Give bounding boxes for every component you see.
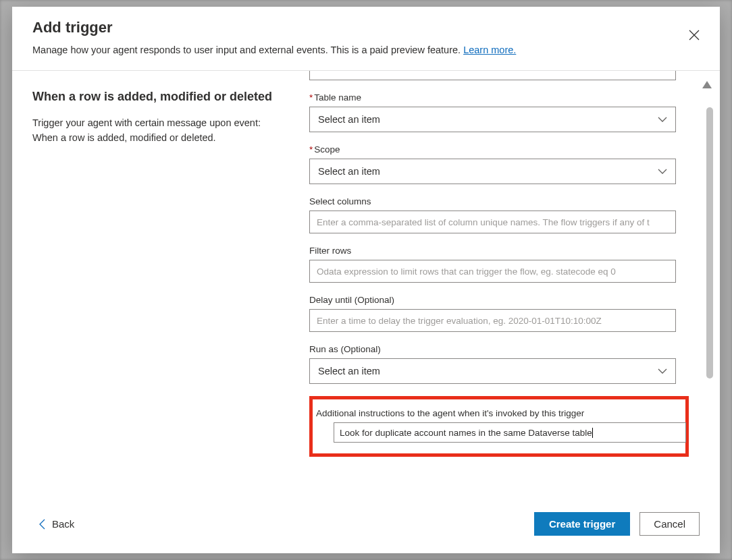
close-button[interactable] [683,24,705,46]
table-name-value: Select an item [318,114,380,125]
chevron-down-icon [658,368,667,374]
instructions-highlight: Additional instructions to the agent whe… [309,396,689,457]
instructions-label: Additional instructions to the agent whe… [316,408,679,418]
chevron-down-icon [658,117,667,122]
dialog-title: Add trigger [32,19,700,36]
back-label: Back [52,518,74,530]
delay-until-label: Delay until (Optional) [309,295,693,305]
select-columns-label: Select columns [309,196,693,206]
create-trigger-button[interactable]: Create trigger [534,512,630,536]
run-as-label: Run as (Optional) [309,344,693,354]
delay-until-input[interactable] [309,309,676,332]
trigger-description: Trigger your agent with certain message … [32,116,281,146]
dialog-footer: Back Create trigger Cancel [12,503,720,553]
back-button[interactable]: Back [36,514,77,534]
dialog-body: When a row is added, modified or deleted… [12,71,720,503]
left-panel: When a row is added, modified or deleted… [12,71,301,503]
scroll-region: *Table name Select an item *Scope Select… [309,71,693,484]
delay-until-group: Delay until (Optional) [309,295,693,332]
scrollbar-thumb[interactable] [706,107,713,379]
partial-field-above[interactable] [309,71,676,80]
filter-rows-group: Filter rows [309,246,693,283]
close-icon [689,30,700,40]
trigger-name-heading: When a row is added, modified or deleted [32,90,281,104]
run-as-value: Select an item [318,366,380,376]
instructions-value: Look for duplicate account names in the … [340,428,592,438]
scroll-up-arrow-icon[interactable] [702,81,712,88]
add-trigger-dialog: Add trigger Manage how your agent respon… [12,7,720,553]
chevron-down-icon [658,169,667,174]
select-columns-group: Select columns [309,196,693,233]
subtitle-text: Manage how your agent responds to user i… [32,45,463,55]
cancel-button[interactable]: Cancel [639,512,700,536]
select-columns-input[interactable] [309,211,676,233]
scope-label: *Scope [309,144,693,155]
text-cursor-icon [592,428,593,438]
required-star-icon: * [309,92,313,103]
dialog-header: Add trigger Manage how your agent respon… [12,7,720,71]
footer-right: Create trigger Cancel [534,512,700,536]
filter-rows-input[interactable] [309,260,676,283]
scope-value: Select an item [318,166,380,177]
form-panel: *Table name Select an item *Scope Select… [301,71,720,503]
scope-select[interactable]: Select an item [309,159,676,184]
scope-label-text: Scope [314,144,340,155]
required-star-icon: * [309,144,313,155]
table-name-label: *Table name [309,92,693,103]
run-as-group: Run as (Optional) Select an item [309,344,693,384]
chevron-left-icon [39,519,45,530]
instructions-input[interactable]: Look for duplicate account names in the … [334,422,686,443]
table-name-group: *Table name Select an item [309,92,693,132]
table-name-select[interactable]: Select an item [309,107,676,132]
table-name-label-text: Table name [314,92,361,103]
dialog-subtitle: Manage how your agent responds to user i… [32,43,700,57]
scrollbar-track[interactable] [706,107,713,503]
scope-group: *Scope Select an item [309,144,693,184]
run-as-select[interactable]: Select an item [309,358,676,384]
learn-more-link[interactable]: Learn more. [463,45,516,55]
filter-rows-label: Filter rows [309,246,693,256]
